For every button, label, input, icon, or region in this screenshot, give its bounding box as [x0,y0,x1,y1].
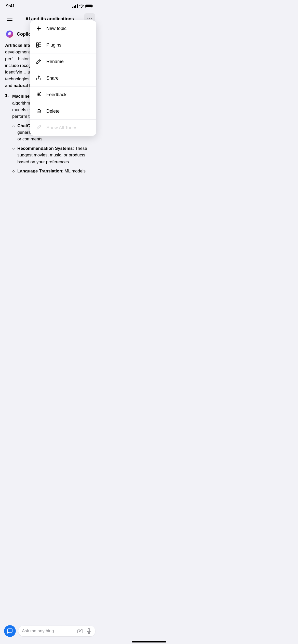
menu-item-rename[interactable]: Rename [30,53,96,70]
svg-point-6 [38,94,39,95]
context-menu: New topic Plugins Rename [30,20,96,136]
menu-label-plugins: Plugins [46,42,61,48]
menu-label-show-all-tones: Show All Tones [46,125,77,130]
menu-label-new-topic: New topic [46,26,66,31]
dropdown-overlay[interactable]: New topic Plugins Rename [0,0,99,215]
menu-item-plugins[interactable]: Plugins [30,37,96,53]
svg-rect-3 [39,43,41,45]
menu-item-delete[interactable]: Delete [30,103,96,120]
svg-rect-2 [36,43,38,45]
pencil-icon [35,58,42,65]
trash-icon [35,108,42,115]
menu-item-show-all-tones: Show All Tones [30,120,96,136]
menu-label-share: Share [46,76,59,81]
feedback-icon [35,91,42,98]
menu-label-feedback: Feedback [46,92,66,97]
plugins-icon [35,41,42,49]
svg-rect-4 [36,45,38,47]
menu-item-new-topic[interactable]: New topic [30,20,96,37]
plus-icon [35,25,42,32]
menu-label-rename: Rename [46,59,64,64]
menu-item-share[interactable]: Share [30,70,96,86]
share-icon [35,75,42,82]
menu-label-delete: Delete [46,109,60,114]
menu-item-feedback[interactable]: Feedback [30,86,96,103]
brush-icon [35,124,42,131]
